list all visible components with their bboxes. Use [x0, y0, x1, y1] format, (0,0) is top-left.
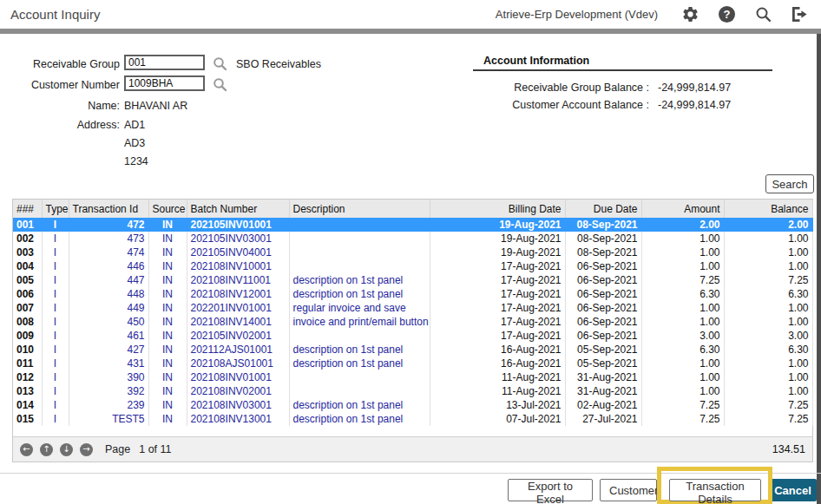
column-header[interactable]: Batch Number — [187, 200, 289, 218]
cell: 474 — [69, 245, 148, 259]
cell — [289, 232, 430, 245]
help-icon[interactable]: ? — [718, 5, 736, 23]
table-row[interactable]: 008I450IN202108INV14001invoice and print… — [13, 315, 812, 329]
table-row[interactable]: 012I390IN202108INV0100111-Aug-202131-Aug… — [13, 370, 812, 384]
cell: description on 1st panel — [289, 343, 430, 357]
search-button[interactable]: Search — [765, 174, 814, 193]
table-row[interactable]: 013I392IN202108INV0200111-Aug-202131-Aug… — [13, 384, 812, 398]
export-to-excel-button[interactable]: Export to Excel — [508, 479, 593, 501]
page-up-icon[interactable]: ↑ — [40, 443, 53, 456]
column-header[interactable]: Balance — [724, 200, 812, 218]
cell — [289, 384, 430, 398]
cell: 1.00 — [724, 315, 812, 329]
logout-icon[interactable] — [791, 5, 809, 23]
cell: description on 1st panel — [289, 357, 430, 370]
account-information-rule — [473, 69, 772, 71]
page-title: Account Inquiry — [10, 7, 100, 22]
cell: I — [42, 287, 69, 301]
cell: 431 — [69, 357, 148, 370]
cell: 17-Aug-2021 — [430, 259, 565, 273]
column-header[interactable]: Description — [289, 200, 430, 218]
cell: 202105INV03001 — [187, 232, 289, 245]
cell: 1.00 — [641, 259, 724, 273]
cell: description on 1st panel — [289, 273, 430, 287]
pagination-bar: ←↑↓→ Page 1 of 11 134.51 — [13, 436, 812, 461]
table-row[interactable]: 009I461IN202105INV0200117-Aug-202106-Sep… — [13, 329, 812, 343]
grid-filler — [13, 426, 812, 436]
customer-number-input[interactable] — [124, 75, 205, 91]
cell: IN — [148, 398, 187, 412]
customer-number-label: Customer Number — [26, 79, 120, 91]
cell — [289, 259, 430, 273]
cell: 015 — [13, 412, 42, 426]
cell: 27-Jul-2021 — [565, 412, 641, 426]
window-right-edge — [817, 34, 821, 504]
cell: I — [42, 315, 69, 329]
cell: 2.00 — [724, 218, 812, 232]
table-row[interactable]: 010I427IN202112AJS01001description on 1s… — [13, 343, 812, 357]
cell: 11-Aug-2021 — [430, 370, 565, 384]
cell: 3.00 — [641, 329, 724, 343]
cancel-button[interactable]: Cancel — [769, 479, 817, 501]
cell: 473 — [69, 232, 148, 245]
cell: 013 — [13, 384, 42, 398]
cell: 1.00 — [724, 384, 812, 398]
next-page-icon[interactable]: → — [80, 443, 93, 456]
cell: 202108INV02001 — [187, 384, 289, 398]
receivable-group-lookup-icon[interactable] — [213, 56, 227, 71]
cell: 202108INV10001 — [187, 259, 289, 273]
table-row[interactable]: 001I472IN202105INV0100119-Aug-202108-Sep… — [13, 218, 812, 232]
receivable-group-balance-label: Receivable Group Balance : — [469, 82, 649, 94]
table-row[interactable]: 007I449IN202201INV01001regular invoice a… — [13, 301, 812, 315]
column-header[interactable]: Amount — [641, 200, 724, 218]
cell: 006 — [13, 287, 42, 301]
cell: 202105INV04001 — [187, 245, 289, 259]
cell: IN — [148, 232, 187, 245]
column-header[interactable]: ### — [13, 200, 42, 218]
table-row[interactable]: 015ITEST5IN202108INV13001description on … — [13, 412, 812, 426]
cell: I — [42, 259, 69, 273]
column-header[interactable]: Billing Date — [430, 200, 565, 218]
cell: 1.00 — [724, 232, 812, 245]
table-row[interactable]: 014I239IN202108INV03001description on 1s… — [13, 398, 812, 412]
column-header[interactable]: Due Date — [565, 200, 641, 218]
cell: 6.30 — [724, 343, 812, 357]
column-header[interactable]: Type — [42, 200, 69, 218]
cell: IN — [148, 287, 187, 301]
table-row[interactable]: 003I474IN202105INV0400119-Aug-202108-Sep… — [13, 245, 812, 259]
cell: 06-Sep-2021 — [565, 315, 641, 329]
cell: 06-Sep-2021 — [565, 287, 641, 301]
table-row[interactable]: 002I473IN202105INV0300119-Aug-202108-Sep… — [13, 232, 812, 245]
column-header[interactable]: Source — [148, 200, 187, 218]
cell: 202105INV01001 — [187, 218, 289, 232]
cell: 05-Sep-2021 — [565, 343, 641, 357]
table-row[interactable]: 004I446IN202108INV1000117-Aug-202106-Sep… — [13, 259, 812, 273]
cell: 1.00 — [641, 232, 724, 245]
table-row[interactable]: 006I448IN202108INV12001description on 1s… — [13, 287, 812, 301]
search-icon[interactable] — [754, 5, 772, 23]
settings-gear-icon[interactable] — [681, 5, 699, 23]
customer-button[interactable]: Customer — [600, 479, 657, 501]
cell: 1.00 — [724, 370, 812, 384]
table-row[interactable]: 011I431IN202108AJS01001description on 1s… — [13, 357, 812, 370]
cell: 7.25 — [641, 273, 724, 287]
column-header[interactable]: Transaction Id — [69, 200, 148, 218]
name-label: Name: — [26, 100, 120, 112]
page-down-icon[interactable]: ↓ — [60, 443, 73, 456]
cell: 427 — [69, 343, 148, 357]
address-line: 1234 — [124, 155, 148, 167]
cell: IN — [148, 357, 187, 370]
transaction-details-button[interactable]: Transaction Details — [669, 479, 761, 501]
page-label: Page — [105, 443, 130, 455]
cell — [289, 370, 430, 384]
cell: I — [42, 273, 69, 287]
customer-number-lookup-icon[interactable] — [213, 77, 227, 92]
receivable-group-input[interactable] — [124, 55, 205, 70]
cell: 17-Aug-2021 — [430, 329, 565, 343]
cell: 390 — [69, 370, 148, 384]
header-toolbar: Atrieve-Erp Development (Vdev) ? — [496, 0, 809, 29]
prev-page-icon[interactable]: ← — [20, 443, 33, 456]
table-row[interactable]: 005I447IN202108INV11001description on 1s… — [13, 273, 812, 287]
environment-label: Atrieve-Erp Development (Vdev) — [496, 8, 658, 21]
cell: 392 — [69, 384, 148, 398]
